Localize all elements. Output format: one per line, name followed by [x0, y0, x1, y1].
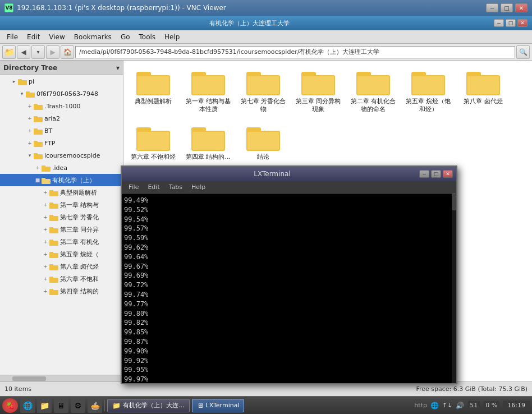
- tree-item-ch3[interactable]: + 第三章 同分异: [0, 223, 123, 236]
- sidebar-scrollbar[interactable]: [0, 375, 123, 381]
- tree-item-icourse[interactable]: ▾ icoursemoocspide: [0, 149, 123, 162]
- network-icon[interactable]: 🌐: [430, 402, 439, 410]
- tree-label-trash: .Trash-1000: [44, 103, 81, 110]
- tree-item-ftp[interactable]: + FTP: [0, 137, 123, 149]
- menu-view[interactable]: View: [44, 32, 69, 42]
- forward-button[interactable]: ▶: [46, 45, 59, 59]
- tree-label-bt: BT: [44, 127, 52, 135]
- tree-label-ch1: 第一章 结构与: [60, 201, 99, 209]
- tree-item-ch5[interactable]: + 第五章 烷烃（: [0, 248, 123, 260]
- file-item-ch5[interactable]: 第五章 烷烃（饱和烃）: [403, 65, 453, 116]
- svg-rect-27: [49, 240, 53, 242]
- up-button[interactable]: 🏠: [61, 45, 74, 59]
- menu-go[interactable]: Go: [116, 32, 135, 42]
- taskbar-terminal-label: LXTerminal: [206, 402, 240, 409]
- terminal-scrollbar-thumb[interactable]: [452, 194, 456, 210]
- svg-rect-29: [49, 252, 53, 254]
- terminal-line: 99.69%: [124, 271, 454, 280]
- file-item-ch3[interactable]: 第三章 同分异构现象: [293, 65, 343, 116]
- tree-item-trash[interactable]: + .Trash-1000: [0, 100, 123, 112]
- menu-edit[interactable]: Edit: [22, 32, 44, 42]
- tree-item-ch1[interactable]: + 第一章 结构与: [0, 199, 123, 211]
- svg-rect-15: [42, 165, 45, 168]
- terminal-line: 99.77%: [124, 300, 454, 309]
- svg-rect-41: [192, 76, 224, 94]
- folder-icon: [49, 201, 58, 209]
- fm-minimize-button[interactable]: −: [494, 19, 504, 27]
- terminal-window: LXTerminal − □ ✕ File Edit Tabs Help 99.…: [121, 165, 457, 384]
- terminal-maximize-button[interactable]: □: [431, 170, 441, 178]
- fm-close-button[interactable]: ✕: [517, 19, 528, 27]
- back-dropdown-button[interactable]: ▾: [31, 45, 45, 59]
- svg-rect-7: [34, 116, 38, 118]
- file-item-ch4[interactable]: 第四章 结构的...: [183, 121, 233, 163]
- fm-menubar: File Edit View Bookmarks Go Tools Help: [0, 30, 532, 44]
- file-item-conclusion[interactable]: 结论: [238, 121, 288, 163]
- terminal-menu-edit[interactable]: Edit: [143, 182, 164, 192]
- file-grid: 典型例题解析 第一章 结构与基本性质: [128, 65, 528, 163]
- fm-maximize-button[interactable]: □: [506, 19, 516, 27]
- terminal-close-button[interactable]: ✕: [443, 170, 453, 178]
- terminal-line: 99.90%: [124, 347, 454, 356]
- tree-label-youji: 有机化学（上）: [52, 176, 95, 185]
- tree-item-ch2[interactable]: + 第二章 有机化: [0, 236, 123, 248]
- tree-item-youji[interactable]: ■ 有机化学（上）: [0, 174, 123, 186]
- volume-icon[interactable]: 🔊: [456, 402, 464, 410]
- tree-item-idea[interactable]: + .idea: [0, 162, 123, 174]
- tree-item-ch6[interactable]: + 第六章 不饱和: [0, 273, 123, 285]
- sidebar-toggle[interactable]: ▾: [116, 64, 120, 72]
- file-item-ch7[interactable]: 第七章 芳香化合物: [238, 65, 288, 116]
- terminal-menu-file[interactable]: File: [124, 182, 143, 192]
- network-speed-icon[interactable]: ↑↓: [442, 402, 452, 409]
- terminal-content[interactable]: 99.49% 99.52% 99.54% 99.57% 99.59% 99.62…: [122, 194, 456, 383]
- toolbar-folder-button[interactable]: 📁: [2, 45, 16, 59]
- tree-item-ch4[interactable]: + 第四章 结构的: [0, 285, 123, 297]
- svg-rect-11: [34, 141, 38, 143]
- tree-item-bt[interactable]: + BT: [0, 125, 123, 137]
- back-button[interactable]: ◀: [17, 45, 30, 59]
- taskbar-pi-icon[interactable]: 🥧: [88, 398, 102, 413]
- terminal-minimize-button[interactable]: −: [419, 170, 429, 178]
- tree-item-ch8[interactable]: + 第八章 卤代烃: [0, 260, 123, 273]
- vnc-close-button[interactable]: ✕: [515, 3, 528, 12]
- tree-item-dianxing[interactable]: + 典型例题解析: [0, 186, 123, 199]
- taskbar-terminal-button[interactable]: 🖥 LXTerminal: [192, 399, 245, 412]
- terminal-menu-tabs[interactable]: Tabs: [164, 182, 187, 192]
- taskbar-browser-icon[interactable]: 🌐: [20, 398, 35, 413]
- folder-icon: [49, 263, 58, 270]
- menu-tools[interactable]: Tools: [135, 32, 160, 42]
- folder-icon: [49, 189, 58, 196]
- tree-label-ch8: 第八章 卤代烃: [60, 263, 99, 271]
- start-button[interactable]: 🍓: [2, 398, 18, 413]
- vnc-minimize-button[interactable]: −: [486, 3, 498, 12]
- file-item-dianxing[interactable]: 典型例题解析: [128, 65, 178, 116]
- volume-level: 51: [467, 401, 480, 410]
- taskbar-fm-button[interactable]: 📁 有机化学（上）大连...: [107, 399, 190, 412]
- tree-item-0f6f[interactable]: ▾ 0f6f790f-0563-7948: [0, 88, 123, 100]
- menu-help[interactable]: Help: [160, 32, 184, 42]
- file-item-ch6[interactable]: 第六章 不饱和烃: [128, 121, 178, 163]
- vnc-maximize-button[interactable]: □: [501, 3, 513, 12]
- folder-icon: [18, 78, 27, 85]
- taskbar: 🍓 🌐 📁 🖥 ⚙ 🥧 📁 有机化学（上）大连... 🖥 LXTerminal: [0, 396, 532, 414]
- menu-bookmarks[interactable]: Bookmarks: [70, 32, 116, 42]
- start-icon: 🍓: [6, 402, 15, 410]
- taskbar-terminal-icon[interactable]: 🖥: [54, 398, 68, 413]
- menu-file[interactable]: File: [2, 32, 22, 42]
- file-item-ch8[interactable]: 第八章 卤代烃: [458, 65, 508, 116]
- tree-item-ch7[interactable]: + 第七章 芳香化: [0, 211, 123, 223]
- taskbar-files-icon[interactable]: 📁: [37, 398, 52, 413]
- tree-item-aria2[interactable]: + aria2: [0, 112, 123, 125]
- file-item-ch1[interactable]: 第一章 结构与基本性质: [183, 65, 233, 116]
- taskbar-gear-icon[interactable]: ⚙: [71, 398, 85, 413]
- svg-rect-31: [49, 264, 53, 266]
- clock[interactable]: 16:19: [503, 401, 530, 410]
- terminal-scrollbar-track[interactable]: [452, 194, 456, 383]
- tree-item-pi[interactable]: ▸ pi: [0, 75, 123, 88]
- file-item-ch2[interactable]: 第二章 有机化合物的命名: [348, 65, 398, 116]
- tree-label-ftp: FTP: [44, 140, 56, 147]
- reload-button[interactable]: 🔍: [516, 45, 530, 59]
- browser-icon: 🌐: [23, 401, 33, 410]
- terminal-menu-help[interactable]: Help: [187, 182, 210, 192]
- path-bar[interactable]: /media/pi/0f6f790f-0563-7948-b9da-81bcfd…: [75, 46, 515, 58]
